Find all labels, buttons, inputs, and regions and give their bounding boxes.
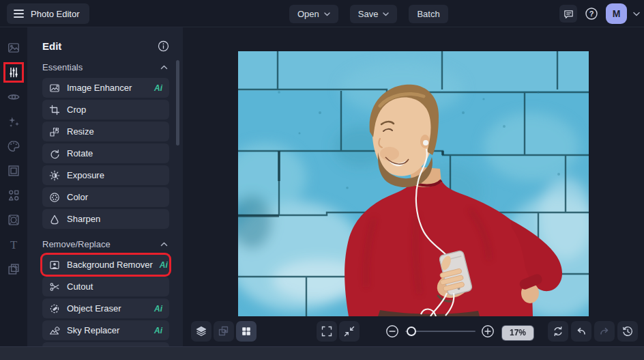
help-button[interactable]: ? <box>583 5 600 22</box>
bottom-strip <box>0 346 644 360</box>
sky-replacer-icon <box>49 325 60 336</box>
undo-button[interactable] <box>571 321 591 342</box>
menu-item-label: Object Eraser <box>67 303 121 314</box>
avatar-initial: M <box>613 8 621 19</box>
color-wheel-icon <box>49 192 60 203</box>
menu-item-cutout[interactable]: Cutout <box>42 277 169 296</box>
info-icon <box>158 40 169 52</box>
fullscreen-button[interactable] <box>317 321 337 342</box>
menu-item-resize[interactable]: Resize <box>42 122 169 141</box>
zoom-in-button[interactable] <box>479 321 497 342</box>
zoom-slider-knob[interactable] <box>407 327 416 336</box>
feedback-chat-button[interactable] <box>559 5 577 23</box>
overlay-icon <box>7 213 20 227</box>
menu-item-sharpen[interactable]: Sharpen <box>42 209 169 229</box>
ai-badge: Ai <box>154 326 162 335</box>
main-area: T Edit Essential <box>0 27 644 346</box>
help-glyph: ? <box>589 10 594 18</box>
menu-item-label: Rotate <box>67 148 93 158</box>
chevron-down-icon <box>324 12 330 16</box>
redo-button[interactable] <box>594 321 615 342</box>
batch-button[interactable]: Batch <box>409 5 448 23</box>
header-right-group: ? M <box>559 3 640 24</box>
sidebar-item-frames[interactable] <box>0 163 27 178</box>
photo-man-red-sweater-blue-wall[interactable] <box>238 51 589 316</box>
sharpen-icon <box>49 214 60 225</box>
history-button[interactable] <box>617 321 638 342</box>
file-actions: Open Save Batch <box>289 5 448 23</box>
menu-item-label: Exposure <box>67 170 104 180</box>
sidebar-item-effects[interactable] <box>0 114 27 129</box>
section-label: Remove/Replace <box>42 239 111 249</box>
save-button[interactable]: Save <box>350 5 398 23</box>
menu-item-label: Cutout <box>67 281 93 292</box>
page-title: Edit <box>42 40 61 52</box>
menu-item-exposure[interactable]: Exposure <box>42 165 169 185</box>
open-button[interactable]: Open <box>289 5 338 23</box>
duplicate-icon <box>218 325 230 337</box>
sparkles-icon <box>7 115 20 128</box>
ai-badge: Ai <box>154 83 162 93</box>
edit-selected-highlight <box>3 62 24 83</box>
avatar[interactable]: M <box>606 3 627 24</box>
panel-header: Edit <box>27 27 183 52</box>
scissors-icon <box>49 281 60 292</box>
grid-icon <box>240 325 252 337</box>
header-bar: Photo Editor Open Save Batch <box>0 0 644 27</box>
canvas-area: 17% <box>183 27 644 346</box>
toolbar-left-group <box>191 321 257 342</box>
menu-item-crop[interactable]: Crop <box>42 100 169 120</box>
menu-item-image-enhancer[interactable]: Image Enhancer Ai <box>42 78 169 98</box>
image-enhancer-icon <box>49 83 60 94</box>
palette-icon <box>7 139 20 153</box>
sidebar-item-text[interactable]: T <box>0 237 27 252</box>
menu-item-object-eraser[interactable]: Object Eraser Ai <box>42 299 169 318</box>
sidebar-item-textures[interactable] <box>0 262 27 277</box>
menu-item-sky-replacer[interactable]: Sky Replacer Ai <box>42 320 169 340</box>
section-remove-replace[interactable]: Remove/Replace <box>27 238 183 249</box>
reset-icon <box>552 325 564 337</box>
fit-screen-icon <box>343 325 355 337</box>
main-menu-button[interactable]: Photo Editor <box>7 3 89 24</box>
sidebar-item-edit[interactable] <box>0 62 27 83</box>
zoom-percentage-value: 17% <box>510 328 526 337</box>
account-chevron-down-icon[interactable] <box>633 12 640 16</box>
zoom-slider[interactable] <box>405 321 475 342</box>
menu-item-rotate[interactable]: Rotate <box>42 143 169 163</box>
sidebar-item-artsy[interactable] <box>0 139 27 154</box>
menu-item-label: Image Enhancer <box>67 83 132 93</box>
info-button[interactable] <box>158 40 169 52</box>
background-remover-icon <box>49 260 60 271</box>
open-button-label: Open <box>297 9 319 19</box>
tool-rail: T <box>0 27 27 346</box>
sidebar-item-overlays[interactable] <box>0 212 27 227</box>
text-tool-glyph: T <box>10 238 17 251</box>
batch-button-label: Batch <box>417 9 439 19</box>
text-tool-icon: T <box>7 238 20 251</box>
eye-icon <box>7 90 20 104</box>
zoom-out-button[interactable] <box>383 321 401 342</box>
minus-circle-icon <box>385 324 400 339</box>
menu-item-label: Background Remover <box>67 260 153 270</box>
grid-view-button[interactable] <box>236 321 257 342</box>
zoom-percentage-input[interactable]: 17% <box>502 326 533 340</box>
photo-editor-app: Photo Editor Open Save Batch <box>0 0 644 360</box>
reset-button[interactable] <box>548 321 568 342</box>
sidebar-item-image-manager[interactable] <box>0 40 27 55</box>
sidebar-item-touch-up[interactable] <box>0 89 27 105</box>
menu-item-color[interactable]: Color <box>42 187 169 207</box>
sidebar-item-graphics[interactable] <box>0 188 27 203</box>
fit-screen-button[interactable] <box>339 321 360 342</box>
flatten-button[interactable] <box>214 321 234 342</box>
plus-circle-icon <box>480 324 495 339</box>
resize-icon <box>49 126 60 137</box>
panel-scrollbar[interactable] <box>176 60 179 146</box>
undo-icon <box>575 325 587 337</box>
crop-icon <box>49 105 60 115</box>
section-essentials[interactable]: Essentials <box>27 61 183 72</box>
layers-button[interactable] <box>191 321 211 342</box>
redo-icon <box>598 325 611 337</box>
toolbar-history-group <box>548 321 638 342</box>
menu-item-background-remover[interactable]: Background Remover Ai <box>42 255 169 275</box>
menu-item-partial[interactable] <box>42 342 169 346</box>
